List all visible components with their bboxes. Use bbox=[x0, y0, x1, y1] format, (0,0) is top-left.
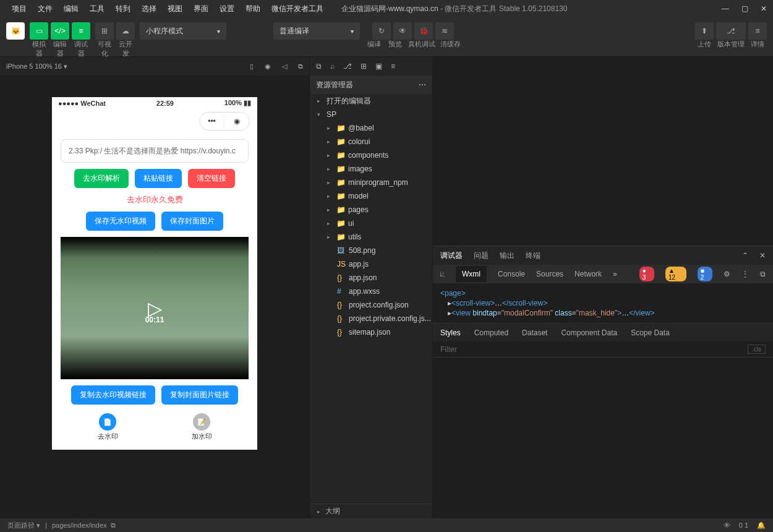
devtool-console[interactable]: Console bbox=[498, 270, 525, 278]
capsule-close-icon[interactable]: ◉ bbox=[224, 113, 249, 130]
menu-edit[interactable]: 编辑 bbox=[58, 4, 84, 14]
terminal-icon[interactable]: ≡ bbox=[391, 62, 395, 71]
tab-problems[interactable]: 问题 bbox=[474, 251, 489, 261]
folder-miniprogram-npm[interactable]: ▸📁miniprogram_npm bbox=[310, 176, 432, 189]
chevron-up-icon[interactable]: ⌃ bbox=[742, 251, 748, 260]
cloud-button[interactable]: ☁ bbox=[116, 22, 135, 40]
parse-button[interactable]: 去水印解析 bbox=[74, 169, 129, 188]
tab-scope-data[interactable]: Scope Data bbox=[631, 328, 670, 337]
popout-icon[interactable]: ⧉ bbox=[298, 62, 303, 71]
upload-button[interactable]: ⬆ bbox=[695, 22, 714, 40]
tab-computed[interactable]: Computed bbox=[474, 328, 508, 337]
run-icon[interactable]: ▣ bbox=[375, 62, 382, 71]
folder-pages[interactable]: ▸📁pages bbox=[310, 203, 432, 217]
tab-remove-watermark[interactable]: 📄去水印 bbox=[98, 413, 118, 441]
open-editors-section[interactable]: ▸打开的编辑器 bbox=[310, 94, 432, 108]
preview-button[interactable]: 👁 bbox=[393, 22, 412, 40]
menu-project[interactable]: 项目 bbox=[6, 4, 32, 14]
copy-cover-link-button[interactable]: 复制封面图片链接 bbox=[161, 385, 238, 405]
page-path-label[interactable]: 页面路径 ▾ bbox=[7, 521, 40, 530]
folder-model[interactable]: ▸📁model bbox=[310, 189, 432, 203]
root-folder[interactable]: ▾SP bbox=[310, 108, 432, 121]
visualizer-button[interactable]: ⊞ bbox=[95, 22, 114, 40]
menu-ui[interactable]: 界面 bbox=[188, 4, 214, 14]
search-icon[interactable]: ⌕ bbox=[330, 62, 335, 71]
debugger-button[interactable]: ≡ bbox=[72, 22, 90, 40]
wxml-tree[interactable]: <page> ▸<scroll-view>…</scroll-view> ▸<v… bbox=[433, 283, 773, 323]
more-tools-icon[interactable]: » bbox=[613, 270, 617, 278]
paste-button[interactable]: 粘贴链接 bbox=[135, 169, 182, 188]
info-badge[interactable]: ■ 2 bbox=[698, 267, 712, 281]
phone-simulator[interactable]: ●●●●● WeChat 22:59 100% ▮▮ ••• ◉ 2.33 Pk… bbox=[52, 97, 257, 450]
capsule-menu[interactable]: ••• ◉ bbox=[199, 112, 250, 131]
tab-dataset[interactable]: Dataset bbox=[522, 328, 547, 337]
bell-icon[interactable]: 🔔 bbox=[757, 521, 766, 530]
menu-settings[interactable]: 设置 bbox=[214, 4, 240, 14]
folder-components[interactable]: ▸📁components bbox=[310, 148, 432, 162]
devtool-sources[interactable]: Sources bbox=[536, 270, 563, 278]
filter-input[interactable]: Filter bbox=[440, 345, 457, 354]
maximize-icon[interactable]: ▢ bbox=[741, 4, 748, 13]
remote-debug-button[interactable]: 🐞 bbox=[414, 22, 433, 40]
device-selector[interactable]: iPhone 5 100% 16 ▾ bbox=[6, 62, 67, 71]
close-icon[interactable]: ✕ bbox=[761, 4, 767, 13]
version-button[interactable]: ⎇ bbox=[716, 22, 746, 40]
extensions-icon[interactable]: ⊞ bbox=[361, 62, 367, 71]
file-app-json[interactable]: {}app.json bbox=[310, 271, 432, 285]
folder-utils[interactable]: ▸📁utils bbox=[310, 230, 432, 244]
more-icon[interactable]: ⋯ bbox=[419, 80, 426, 89]
editor-button[interactable]: </> bbox=[51, 22, 69, 40]
cls-button[interactable]: .cls bbox=[748, 345, 766, 354]
menu-select[interactable]: 选择 bbox=[136, 4, 162, 14]
save-cover-button[interactable]: 保存封面图片 bbox=[161, 212, 223, 231]
menu-file[interactable]: 文件 bbox=[32, 4, 58, 14]
popout-debug-icon[interactable]: ⧉ bbox=[760, 270, 766, 278]
tab-styles[interactable]: Styles bbox=[440, 328, 461, 337]
record-icon[interactable]: ◉ bbox=[265, 62, 271, 71]
file-project-private[interactable]: {}project.private.config.js... bbox=[310, 312, 432, 325]
dock-icon[interactable]: ⋮ bbox=[741, 270, 749, 278]
tab-debugger[interactable]: 调试器 bbox=[440, 251, 463, 261]
menu-tools[interactable]: 工具 bbox=[84, 4, 110, 14]
mode-dropdown[interactable]: 小程序模式▾ bbox=[140, 22, 226, 40]
git-icon[interactable]: ⎇ bbox=[343, 62, 352, 71]
close-panel-icon[interactable]: ✕ bbox=[759, 251, 766, 260]
folder-ui[interactable]: ▸📁ui bbox=[310, 217, 432, 230]
compile-button[interactable]: ↻ bbox=[372, 22, 391, 40]
tab-terminal[interactable]: 终端 bbox=[526, 251, 540, 261]
folder-colorui[interactable]: ▸📁colorui bbox=[310, 135, 432, 148]
save-video-button[interactable]: 保存无水印视频 bbox=[86, 212, 155, 231]
files-icon[interactable]: ⧉ bbox=[316, 62, 322, 71]
devtool-network[interactable]: Network bbox=[574, 270, 602, 278]
capsule-more-icon[interactable]: ••• bbox=[200, 113, 224, 130]
tab-component-data[interactable]: Component Data bbox=[561, 328, 617, 337]
clear-button[interactable]: 清空链接 bbox=[188, 169, 235, 188]
folder-babel[interactable]: ▸📁@babel bbox=[310, 121, 432, 135]
file-app-js[interactable]: JSapp.js bbox=[310, 257, 432, 271]
gear-icon[interactable]: ⚙ bbox=[724, 270, 730, 278]
menu-view[interactable]: 视图 bbox=[162, 4, 188, 14]
detail-button[interactable]: ≡ bbox=[748, 22, 767, 40]
eye-icon[interactable]: 👁 bbox=[724, 521, 730, 530]
clear-cache-button[interactable]: ≋ bbox=[435, 22, 454, 40]
simulator-button[interactable]: ▭ bbox=[30, 22, 48, 40]
page-path[interactable]: pages/index/index bbox=[52, 521, 107, 529]
minimize-icon[interactable]: — bbox=[722, 4, 729, 13]
file-app-wxss[interactable]: #app.wxss bbox=[310, 285, 432, 298]
copy-path-icon[interactable]: ⧉ bbox=[111, 521, 116, 530]
file-sitemap[interactable]: {}sitemap.json bbox=[310, 325, 432, 339]
url-input[interactable]: 2.33 Pkp:/ 生活不是选择而是热爱 https://v.douyin.c bbox=[61, 139, 249, 163]
mute-icon[interactable]: ◁ bbox=[282, 62, 287, 71]
video-player[interactable]: ▷ 00:11 bbox=[61, 237, 249, 379]
error-badge[interactable]: ● 3 bbox=[639, 267, 654, 281]
device-icon[interactable]: ▯ bbox=[250, 62, 254, 71]
menu-wechat-devtools[interactable]: 微信开发者工具 bbox=[266, 4, 329, 14]
folder-images[interactable]: ▸📁images bbox=[310, 162, 432, 176]
outline-section[interactable]: ▸ 大纲 bbox=[310, 504, 432, 518]
copy-video-link-button[interactable]: 复制去水印视频链接 bbox=[71, 385, 155, 405]
compile-dropdown[interactable]: 普通编译▾ bbox=[273, 22, 360, 40]
inspect-icon[interactable]: ⟀ bbox=[440, 270, 445, 278]
warn-badge[interactable]: ▲ 12 bbox=[665, 267, 686, 281]
menu-goto[interactable]: 转到 bbox=[110, 4, 136, 14]
tab-add-watermark[interactable]: 📝加水印 bbox=[192, 413, 212, 441]
